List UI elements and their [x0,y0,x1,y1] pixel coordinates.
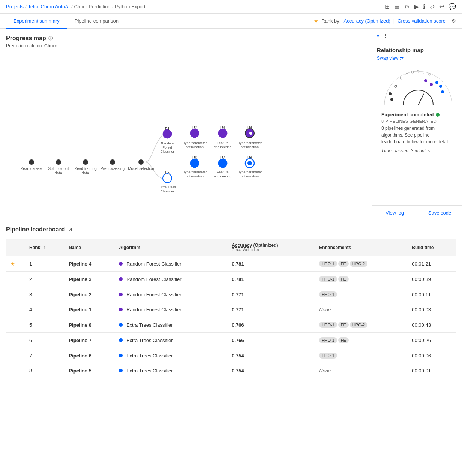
svg-point-39 [248,161,252,165]
svg-point-49 [434,77,436,79]
swap-view-button[interactable]: Swap view ⇄ [377,56,458,61]
rank-cell: 1 [25,256,64,272]
svg-point-54 [388,92,392,95]
time-elapsed: Time elapsed: 3 minutes [381,148,453,153]
table-row[interactable]: 4 Pipeline 1 Random Forest Classifier 0.… [6,302,456,317]
chat-icon[interactable]: 💬 [448,3,456,10]
col-enhancements: Enhancements [315,239,407,256]
svg-line-58 [418,94,424,105]
svg-point-48 [400,77,402,79]
enhancements-cell: HPO-1FEHPO-2 [315,256,407,272]
enhancements-cell: None [315,302,407,317]
star-cell [6,363,25,378]
bullet-view-icon[interactable]: ⋮ [383,33,388,38]
rank-sort-arrow: ↑ [43,245,45,250]
svg-point-55 [390,98,393,101]
tab-experiment-summary[interactable]: Experiment summary [6,14,67,29]
svg-text:Hyperparameter: Hyperparameter [182,141,207,145]
svg-point-51 [439,85,442,88]
share-icon[interactable]: ⇄ [430,3,435,10]
accuracy-cell: 0.781 [227,272,315,287]
play-icon[interactable]: ▶ [414,3,418,10]
star-cell [6,348,25,363]
progress-info-icon[interactable]: ⓘ [48,35,53,42]
node-p2[interactable] [190,129,199,138]
build-time-cell: 00:00:01 [407,363,456,378]
node-p5[interactable] [163,174,172,183]
leaderboard-section: Pipeline leaderboard ⊿ Rank ↑ Name Algor… [0,220,462,384]
cross-validation-label[interactable]: Cross validation score [398,18,446,24]
top-nav: Projects / Telco Churn AutoAI / Churn Pr… [0,0,462,14]
rank-cell: 6 [25,333,64,348]
breadcrumb-current: Churn Prediction - Python Export [74,4,146,9]
svg-text:optimization: optimization [186,174,204,178]
experiment-completed: Experiment completed [381,112,453,117]
svg-text:data: data [82,171,89,175]
breadcrumb: Projects / Telco Churn AutoAI / Churn Pr… [6,4,146,9]
table-row[interactable]: 5 Pipeline 8 Extra Trees Classifier 0.76… [6,317,456,333]
node-preprocessing [110,159,115,165]
breadcrumb-projects[interactable]: Projects [6,4,24,9]
right-panel-header: ≡ ⋮ [372,29,462,42]
svg-text:Hyperparameter: Hyperparameter [237,170,262,174]
svg-text:Model selection: Model selection [128,167,154,171]
col-accuracy: Accuracy (Optimized) Cross Validation [227,239,315,256]
list-view-icon[interactable]: ≡ [377,33,380,38]
filter-icon[interactable]: ⚙ [452,18,456,24]
rank-cell: 2 [25,272,64,287]
grid-icon[interactable]: ⊞ [385,3,390,10]
table-row[interactable]: ★ 1 Pipeline 4 Random Forest Classifier … [6,256,456,272]
leaderboard-body: ★ 1 Pipeline 4 Random Forest Classifier … [6,256,456,378]
node-p7[interactable] [218,159,227,168]
accuracy-cell: 0.766 [227,333,315,348]
table-row[interactable]: 6 Pipeline 7 Extra Trees Classifier 0.76… [6,333,456,348]
table-icon[interactable]: ▤ [394,3,400,10]
progress-map-svg: Read dataset Split holdout data Read tra… [6,51,298,194]
build-time-cell: 00:01:21 [407,256,456,272]
svg-point-56 [424,79,427,82]
col-rank-label[interactable]: Rank ↑ [25,239,64,256]
save-code-button[interactable]: Save code [417,206,462,220]
node-p3[interactable] [218,129,227,138]
info-icon[interactable]: ℹ [423,3,425,10]
svg-text:data: data [55,171,62,175]
table-row[interactable]: 3 Pipeline 2 Random Forest Classifier 0.… [6,287,456,302]
status-section: Experiment completed 8 PIPELINES GENERAT… [377,112,458,158]
accuracy-cell: 0.754 [227,363,315,378]
rank-star-icon: ★ [314,18,318,24]
svg-text:P1: P1 [165,127,170,131]
svg-text:engineering: engineering [214,174,231,178]
rank-cell: 7 [25,348,64,363]
accuracy-cell: 0.754 [227,348,315,363]
accuracy-cell: 0.771 [227,287,315,302]
enhancements-cell: HPO-1 [315,287,407,302]
enhancements-cell: HPO-1FE [315,272,407,287]
history-icon[interactable]: ↩ [439,3,444,10]
leaderboard-filter-icon[interactable]: ⊿ [68,227,72,233]
enhancements-cell: HPO-1FE [315,333,407,348]
tab-pipeline-comparison[interactable]: Pipeline comparison [67,14,126,29]
name-cell: Pipeline 6 [64,348,114,363]
star-cell [6,287,25,302]
star-cell [6,317,25,333]
name-cell: Pipeline 5 [64,363,114,378]
node-p6[interactable] [190,159,199,168]
name-cell: Pipeline 1 [64,302,114,317]
table-row[interactable]: 2 Pipeline 3 Random Forest Classifier 0.… [6,272,456,287]
svg-text:Feature: Feature [217,141,228,145]
svg-text:Preprocessing: Preprocessing [100,167,124,171]
breadcrumb-telco[interactable]: Telco Churn AutoAI [28,4,70,9]
leaderboard-table: Rank ↑ Name Algorithm Accuracy (Optimize… [6,239,456,378]
view-log-button[interactable]: View log [372,206,417,220]
table-row[interactable]: 8 Pipeline 5 Extra Trees Classifier 0.75… [6,363,456,378]
table-header-row: Rank ↑ Name Algorithm Accuracy (Optimize… [6,239,456,256]
svg-text:optimization: optimization [186,145,204,149]
algo-cell: Extra Trees Classifier [114,363,227,378]
progress-map-area: Read dataset Split holdout data Read tra… [6,51,366,194]
rank-cell: 5 [25,317,64,333]
table-row[interactable]: 7 Pipeline 6 Extra Trees Classifier 0.75… [6,348,456,363]
svg-text:Classifier: Classifier [160,150,174,153]
col-algorithm: Algorithm [114,239,227,256]
settings-icon[interactable]: ⚙ [404,3,410,10]
rank-by-value[interactable]: Accuracy (Optimized) [344,18,390,24]
